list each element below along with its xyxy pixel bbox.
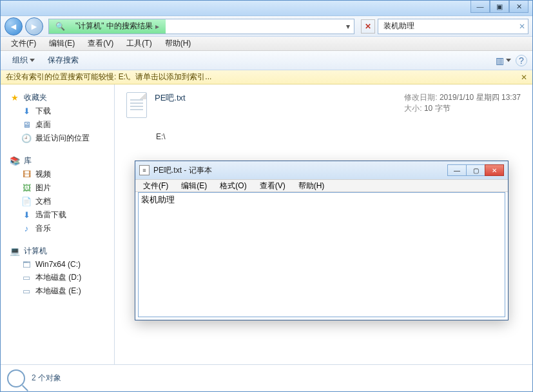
result-path: E:\ (124, 122, 523, 144)
index-warning-bar[interactable]: 在没有索引的位置搜索可能较慢: E:\。请单击以添加到索引... ✕ (1, 70, 532, 84)
sidebar-libraries[interactable]: 📚 库 (1, 154, 114, 168)
sidebar-item-label: 本地磁盘 (D:) (35, 272, 81, 283)
address-crumb[interactable]: "计算机" 中的搜索结果 ▸ (69, 19, 166, 34)
view-icon: ▥ (496, 55, 504, 66)
address-search-icon: 🔍 (49, 19, 69, 34)
desktop-icon: 🖥 (21, 120, 32, 130)
sidebar-item-drive-e[interactable]: ▭本地磁盘 (E:) (1, 284, 114, 298)
search-result-item[interactable]: PE吧.txt 修改日期: 2019/1/10 星期四 13:37 大小: 10… (124, 88, 523, 122)
navigation-bar: ◄ ► 🔍 "计算机" 中的搜索结果 ▸ ▾ ✕ 装机助理 ✕ (1, 16, 532, 37)
organize-label: 组织 (12, 55, 28, 64)
status-bar: 2 个对象 (1, 364, 532, 391)
sidebar-item-label: 图片 (35, 182, 51, 193)
address-bar[interactable]: 🔍 "计算机" 中的搜索结果 ▸ ▾ (48, 19, 354, 34)
crumb-arrow-icon: ▸ (153, 22, 162, 31)
search-value: 装机助理 (383, 21, 414, 32)
notepad-close-button[interactable]: ✕ (485, 164, 504, 176)
sidebar-libraries-label: 库 (24, 155, 32, 166)
notepad-menu-file[interactable]: 文件(F) (137, 180, 175, 192)
sidebar-item-music[interactable]: ♪音乐 (1, 222, 114, 235)
sidebar-favorites[interactable]: ★ 收藏夹 (1, 91, 114, 104)
sidebar-item-pictures[interactable]: 🖼图片 (1, 181, 114, 195)
text-file-icon (126, 92, 147, 118)
menu-bar: 文件(F) 编辑(E) 查看(V) 工具(T) 帮助(H) (1, 37, 532, 51)
navigation-pane: ★ 收藏夹 ⬇下载 🖥桌面 🕘最近访问的位置 📚 库 🎞视频 🖼图片 📄文档 ⬇… (1, 84, 115, 364)
sidebar-item-documents[interactable]: 📄文档 (1, 195, 114, 208)
warning-text: 在没有索引的位置搜索可能较慢: E:\。请单击以添加到索引... (6, 72, 211, 83)
notepad-menu-edit[interactable]: 编辑(E) (175, 180, 213, 192)
minimize-button[interactable]: — (470, 1, 490, 13)
address-clear-button[interactable]: ✕ (361, 19, 375, 34)
menu-view[interactable]: 查看(V) (81, 37, 120, 50)
sidebar-item-label: 文档 (35, 196, 51, 207)
nav-back-button[interactable]: ◄ (5, 17, 23, 35)
sidebar-item-drive-c[interactable]: 🗔Win7x64 (C:) (1, 258, 114, 271)
size-label: 大小: (404, 104, 422, 113)
menu-help[interactable]: 帮助(H) (159, 37, 198, 50)
sidebar-item-videos[interactable]: 🎞视频 (1, 168, 114, 181)
sidebar-item-label: 本地磁盘 (E:) (35, 286, 81, 297)
warning-close-icon[interactable]: ✕ (521, 73, 527, 82)
sidebar-item-label: 迅雷下载 (35, 210, 66, 220)
sidebar-favorites-label: 收藏夹 (24, 92, 47, 103)
close-button[interactable]: ✕ (509, 1, 528, 13)
picture-icon: 🖼 (21, 183, 32, 193)
notepad-icon: ≡ (139, 165, 150, 175)
sidebar-item-label: 视频 (35, 169, 51, 180)
music-icon: ♪ (21, 224, 32, 234)
document-icon: 📄 (21, 197, 32, 207)
menu-tools[interactable]: 工具(T) (120, 37, 158, 50)
notepad-minimize-button[interactable]: — (447, 164, 467, 176)
sidebar-computer[interactable]: 💻 计算机 (1, 244, 114, 258)
date-value: 2019/1/10 星期四 13:37 (440, 93, 521, 102)
search-icon: 🔍 (55, 22, 65, 31)
maximize-button[interactable]: ▣ (490, 1, 509, 13)
search-clear-icon[interactable]: ✕ (519, 22, 525, 31)
notepad-titlebar[interactable]: ≡ PE吧.txt - 记事本 — ▢ ✕ (135, 161, 508, 179)
address-dropdown[interactable]: ▾ (342, 22, 354, 31)
toolbar: 组织 保存搜索 ▥ ? (1, 51, 532, 70)
save-search-button[interactable]: 保存搜索 (41, 54, 85, 67)
magnifier-icon (7, 369, 25, 387)
notepad-text-area[interactable]: 装机助理 (138, 192, 505, 317)
organize-button[interactable]: 组织 (6, 54, 41, 67)
size-value: 10 字节 (424, 104, 451, 113)
sidebar-item-drive-d[interactable]: ▭本地磁盘 (D:) (1, 271, 114, 284)
notepad-menu-view[interactable]: 查看(V) (253, 180, 292, 192)
notepad-window[interactable]: ≡ PE吧.txt - 记事本 — ▢ ✕ 文件(F) 编辑(E) 格式(O) … (135, 161, 509, 320)
sidebar-item-label: Win7x64 (C:) (35, 260, 81, 269)
notepad-menubar: 文件(F) 编辑(E) 格式(O) 查看(V) 帮助(H) (135, 179, 508, 192)
sidebar-item-downloads[interactable]: ⬇下载 (1, 104, 114, 118)
explorer-window: — ▣ ✕ ◄ ► 🔍 "计算机" 中的搜索结果 ▸ ▾ ✕ 装机助理 ✕ 文件… (0, 0, 533, 392)
download-icon: ⬇ (21, 210, 32, 220)
library-icon: 📚 (10, 156, 20, 166)
recent-icon: 🕘 (21, 133, 32, 144)
status-text: 2 个对象 (32, 373, 61, 384)
sidebar-item-label: 下载 (35, 106, 51, 117)
sidebar-item-label: 音乐 (35, 223, 51, 234)
drive-icon: ▭ (21, 286, 32, 297)
menu-file[interactable]: 文件(F) (5, 37, 43, 50)
sidebar-item-xunlei[interactable]: ⬇迅雷下载 (1, 208, 114, 222)
sidebar-item-recent[interactable]: 🕘最近访问的位置 (1, 132, 114, 145)
computer-icon: 💻 (10, 246, 20, 257)
sidebar-item-label: 桌面 (35, 119, 51, 130)
drive-icon: 🗔 (21, 259, 32, 270)
result-metadata: 修改日期: 2019/1/10 星期四 13:37 大小: 10 字节 (404, 92, 521, 114)
sidebar-item-label: 最近访问的位置 (35, 133, 90, 144)
notepad-maximize-button[interactable]: ▢ (466, 164, 485, 176)
sidebar-item-desktop[interactable]: 🖥桌面 (1, 118, 114, 132)
result-filename: PE吧.txt (155, 92, 396, 104)
address-crumb-label: "计算机" 中的搜索结果 (75, 21, 153, 32)
notepad-menu-format[interactable]: 格式(O) (213, 180, 253, 192)
download-icon: ⬇ (21, 106, 32, 117)
search-input[interactable]: 装机助理 ✕ (378, 19, 528, 34)
menu-edit[interactable]: 编辑(E) (43, 37, 81, 50)
video-icon: 🎞 (21, 170, 32, 180)
notepad-title: PE吧.txt - 记事本 (153, 165, 212, 176)
notepad-menu-help[interactable]: 帮助(H) (292, 180, 331, 192)
help-button[interactable]: ? (516, 55, 527, 66)
view-mode-button[interactable]: ▥ (496, 54, 510, 68)
window-titlebar: — ▣ ✕ (1, 1, 532, 16)
nav-forward-button[interactable]: ► (25, 17, 43, 35)
